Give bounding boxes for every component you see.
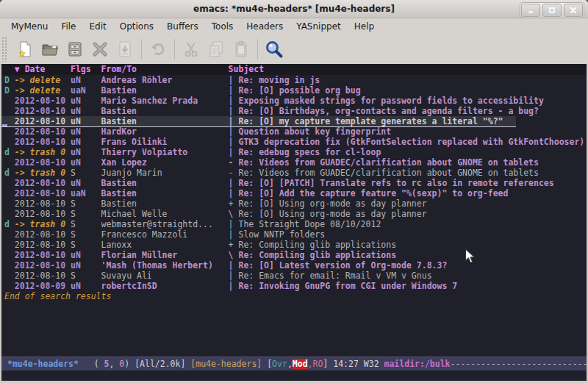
message-row[interactable]: 2012-08-10 uN Xan Lopez - Re: Videos fro… bbox=[4, 157, 587, 168]
dired-button[interactable] bbox=[62, 37, 87, 62]
open-file-button[interactable] bbox=[37, 37, 62, 62]
kill-buffer-button[interactable] bbox=[87, 37, 112, 62]
message-row[interactable]: 2012-08-10 uN Florian Müllner \ Re: Comp… bbox=[4, 250, 587, 260]
modeline-readonly-indicator: RO bbox=[313, 359, 323, 369]
message-row[interactable]: D -> delete uaN Bastien | Re: [O] possib… bbox=[4, 85, 587, 96]
search-button[interactable] bbox=[262, 37, 287, 62]
column-from[interactable]: From/To bbox=[101, 64, 229, 75]
message-row[interactable]: 2012-08-10 S Lanoxx + Re: Compiling glib… bbox=[4, 240, 587, 250]
message-date: 2012-08-10 bbox=[15, 271, 71, 281]
toolbar-separator bbox=[174, 39, 175, 60]
message-row[interactable]: 2012-08-10 uN Bastien | Re: [O] my captu… bbox=[1, 116, 516, 126]
close-icon bbox=[570, 7, 577, 14]
message-date: 2012-08-10 bbox=[15, 137, 71, 147]
message-date: -> delete bbox=[15, 85, 71, 96]
modeline-clock: 14:27 W32 bbox=[333, 359, 384, 369]
message-mark bbox=[4, 126, 15, 137]
message-flags: uN bbox=[71, 157, 101, 168]
message-mark bbox=[4, 250, 15, 260]
message-from: Michael Welle bbox=[101, 209, 229, 219]
menu-headers[interactable]: Headers bbox=[240, 20, 290, 33]
modeline-modified-indicator: Mod bbox=[293, 359, 308, 369]
message-mark bbox=[4, 96, 15, 106]
modeline-overwrite-indicator: Ovr bbox=[272, 359, 287, 369]
message-row[interactable]: d -> trash 0 S Juanjo Marin - Re: Videos… bbox=[4, 168, 587, 178]
message-flags: uaN bbox=[71, 188, 101, 198]
message-subject: - Re: Videos from GUADEC/clarification a… bbox=[229, 157, 587, 168]
close-button[interactable] bbox=[564, 4, 583, 17]
message-from: Bastien bbox=[101, 198, 229, 209]
message-row[interactable]: d -> trash 0 uN Thierry Volpiatto | Re: … bbox=[4, 147, 587, 157]
toolbar-drag-handle[interactable] bbox=[1, 37, 8, 62]
modeline-text: , bbox=[110, 359, 120, 369]
message-flags: uN bbox=[71, 126, 101, 137]
menu-edit[interactable]: Edit bbox=[83, 20, 113, 33]
message-row[interactable]: d -> trash 0 S webmaster@straightd... | … bbox=[4, 219, 587, 229]
message-row[interactable]: 2012-08-10 S Suvayu Ali | Re: Emacs for … bbox=[4, 271, 587, 281]
emacs-window: emacs: *mu4e-headers* [mu4e-headers] MyM… bbox=[0, 0, 588, 383]
paste-button[interactable] bbox=[229, 37, 254, 62]
message-row[interactable]: 2012-08-10 uN Bastien | Re: [O] [PATCH] … bbox=[4, 178, 587, 188]
message-row[interactable]: 2012-08-10 uN Mario Sanchez Prada | Expo… bbox=[4, 96, 587, 106]
message-from: Andreas Röhler bbox=[101, 75, 229, 85]
emacs-frame: ▼ Date Flgs From/To Subject D -> delete … bbox=[0, 64, 588, 383]
message-mark bbox=[4, 188, 15, 198]
column-flags[interactable]: Flgs bbox=[71, 64, 101, 75]
menu-options[interactable]: Options bbox=[113, 20, 160, 33]
message-date: 2012-08-10 bbox=[15, 188, 71, 198]
message-flags: uN bbox=[71, 178, 101, 188]
menubar: MyMenuFileEditOptionsBuffersToolsHeaders… bbox=[0, 18, 588, 34]
message-mark bbox=[4, 281, 15, 291]
menu-mymenu[interactable]: MyMenu bbox=[4, 20, 54, 33]
message-date: 2012-08-09 bbox=[15, 281, 71, 291]
menu-help[interactable]: Help bbox=[348, 20, 381, 33]
message-row[interactable]: 2012-08-10 uN Frans Oilinki | GTK3 depre… bbox=[4, 137, 587, 147]
message-row[interactable]: 2012-08-10 uaN Bastien | Re: [O] Add the… bbox=[4, 188, 587, 198]
menu-tools[interactable]: Tools bbox=[205, 20, 240, 33]
column-date-sort[interactable]: ▼ Date bbox=[15, 64, 71, 75]
message-date: 2012-08-10 bbox=[15, 209, 71, 219]
message-mark bbox=[4, 137, 15, 147]
message-row[interactable]: 2012-08-10 uN Bastien | Re: [O] Birthday… bbox=[4, 106, 587, 116]
maximize-button[interactable] bbox=[542, 4, 562, 17]
message-mark: d bbox=[4, 168, 15, 178]
echo-area[interactable] bbox=[1, 371, 587, 381]
menu-yasnippet[interactable]: YASnippet bbox=[290, 20, 348, 33]
message-flags: S bbox=[71, 168, 101, 178]
message-flags: S bbox=[71, 229, 101, 240]
message-row[interactable]: D -> delete uN Andreas Röhler | Re: movi… bbox=[4, 75, 587, 85]
message-date: 2012-08-10 bbox=[15, 116, 71, 126]
message-subject: - Re: Videos from GUADEC/clarification a… bbox=[229, 168, 587, 178]
message-list[interactable]: D -> delete uN Andreas Röhler | Re: movi… bbox=[1, 75, 587, 357]
message-row[interactable]: 2012-08-09 uN robertcInSD | Re: Invoking… bbox=[4, 281, 587, 291]
message-from: 'Mash (Thomas Herbert) bbox=[101, 260, 229, 271]
modeline-text: , bbox=[308, 359, 313, 369]
save-button[interactable] bbox=[112, 37, 137, 62]
copy-icon bbox=[207, 40, 226, 59]
message-subject: | The Straight Dope 08/10/2012 bbox=[229, 219, 587, 229]
message-mark bbox=[4, 157, 15, 168]
message-row[interactable]: 2012-08-10 S Bastien + Re: [O] Using org… bbox=[4, 198, 587, 209]
message-flags: uN bbox=[71, 106, 101, 116]
message-row[interactable]: 2012-08-10 S Francesco Mazzoli | Slow NN… bbox=[4, 229, 587, 240]
cut-button[interactable] bbox=[179, 37, 204, 62]
message-from: webmaster@straightd... bbox=[101, 219, 229, 229]
message-row[interactable]: 2012-08-10 uN HardKor | Question about k… bbox=[4, 126, 587, 137]
copy-button[interactable] bbox=[204, 37, 229, 62]
titlebar[interactable]: emacs: *mu4e-headers* [mu4e-headers] bbox=[0, 0, 588, 18]
modeline[interactable]: *mu4e-headers* ( 5, 0) [All/2.0k] [mu4e-… bbox=[1, 357, 587, 371]
message-mark bbox=[4, 178, 15, 188]
message-row[interactable]: 2012-08-10 uN 'Mash (Thomas Herbert) | R… bbox=[4, 260, 587, 271]
minimize-button[interactable] bbox=[521, 4, 540, 17]
column-subject[interactable]: Subject bbox=[229, 64, 264, 75]
menu-buffers[interactable]: Buffers bbox=[160, 20, 205, 33]
message-mark bbox=[4, 271, 15, 281]
message-flags: uN bbox=[71, 75, 101, 85]
toolbar-separator bbox=[141, 39, 142, 60]
message-subject: + Re: Compiling glib applications bbox=[229, 240, 587, 250]
message-subject: | Re: [O] [PATCH] Translate refs to rc a… bbox=[229, 178, 587, 188]
message-row[interactable]: 2012-08-10 S Michael Welle \ Re: [O] Usi… bbox=[4, 209, 587, 219]
undo-button[interactable] bbox=[146, 37, 171, 62]
menu-file[interactable]: File bbox=[54, 20, 82, 33]
new-file-button[interactable] bbox=[12, 37, 37, 62]
